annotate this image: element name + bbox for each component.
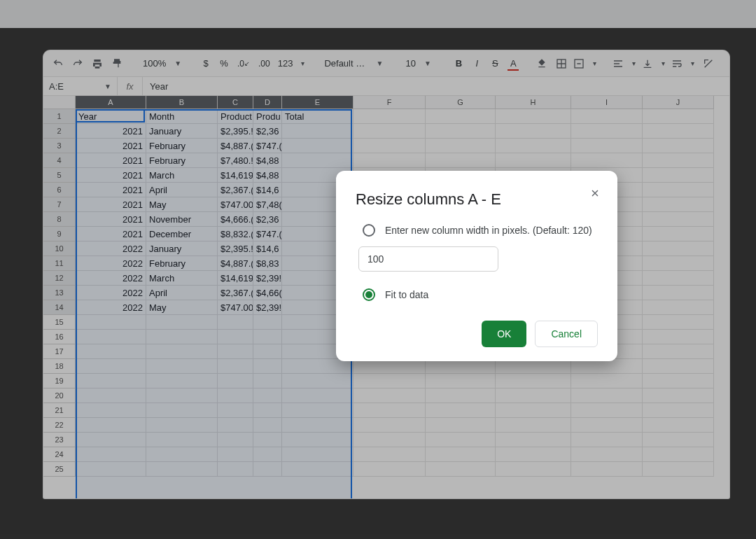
- row-header[interactable]: 15: [43, 315, 76, 330]
- cell[interactable]: $4,887.(: [218, 256, 253, 271]
- cell[interactable]: [496, 359, 571, 374]
- cell[interactable]: Product: [218, 109, 253, 124]
- row-header[interactable]: 19: [43, 374, 76, 388]
- cell[interactable]: [146, 330, 218, 344]
- row-header[interactable]: 18: [43, 359, 76, 374]
- cell[interactable]: [571, 418, 643, 433]
- cell[interactable]: [354, 374, 426, 388]
- cell[interactable]: [253, 388, 282, 403]
- column-width-input[interactable]: [358, 246, 498, 272]
- cell[interactable]: [496, 109, 571, 124]
- cell[interactable]: [643, 388, 714, 403]
- cell[interactable]: [218, 374, 253, 388]
- cell[interactable]: $8,832.(: [218, 227, 253, 241]
- row-header[interactable]: 21: [43, 403, 76, 418]
- cell[interactable]: [571, 462, 643, 477]
- column-header-H[interactable]: H: [496, 96, 571, 109]
- cell[interactable]: January: [146, 124, 218, 139]
- format-currency-button[interactable]: $: [197, 55, 214, 72]
- cell[interactable]: [282, 359, 354, 374]
- row-header[interactable]: 17: [43, 344, 76, 359]
- cell[interactable]: [643, 256, 714, 271]
- cell[interactable]: $2,39!: [253, 271, 282, 286]
- cell[interactable]: [218, 447, 253, 462]
- column-header-F[interactable]: F: [354, 96, 426, 109]
- row-header[interactable]: 20: [43, 388, 76, 403]
- row-header[interactable]: 25: [43, 462, 76, 477]
- print-button[interactable]: [88, 55, 106, 72]
- cell[interactable]: [282, 418, 354, 433]
- cell[interactable]: $7,48(: [253, 197, 282, 212]
- cell[interactable]: [354, 124, 426, 139]
- cell[interactable]: $4,666.(: [218, 212, 253, 227]
- cell[interactable]: May: [146, 197, 218, 212]
- cell[interactable]: $747.(: [253, 227, 282, 241]
- cell[interactable]: [76, 388, 146, 403]
- format-percent-button[interactable]: %: [216, 55, 232, 72]
- cell[interactable]: [643, 462, 714, 477]
- cell[interactable]: [643, 330, 714, 344]
- cell[interactable]: [218, 418, 253, 433]
- row-header[interactable]: 13: [43, 286, 76, 300]
- cell[interactable]: $7,480.!: [218, 153, 253, 168]
- cell[interactable]: [426, 374, 496, 388]
- cell[interactable]: [76, 433, 146, 447]
- cell[interactable]: [571, 388, 643, 403]
- cancel-button[interactable]: Cancel: [535, 321, 598, 347]
- cell[interactable]: $4,66(: [253, 286, 282, 300]
- row-header[interactable]: 8: [43, 212, 76, 227]
- cell[interactable]: [76, 462, 146, 477]
- column-header-J[interactable]: J: [643, 96, 714, 109]
- cell[interactable]: 2022: [76, 256, 146, 271]
- cell[interactable]: [282, 139, 354, 153]
- undo-button[interactable]: [49, 55, 67, 72]
- cell[interactable]: [253, 447, 282, 462]
- cell[interactable]: [354, 447, 426, 462]
- column-header-I[interactable]: I: [571, 96, 643, 109]
- column-header-E[interactable]: E: [282, 96, 354, 109]
- cell[interactable]: Produ: [253, 109, 282, 124]
- cell[interactable]: [571, 447, 643, 462]
- row-header[interactable]: 22: [43, 418, 76, 433]
- strikethrough-button[interactable]: S: [486, 55, 503, 72]
- cell[interactable]: [282, 447, 354, 462]
- vertical-align-dropdown[interactable]: ▾: [640, 55, 668, 72]
- cell[interactable]: [496, 374, 571, 388]
- cell[interactable]: $747.00: [218, 300, 253, 315]
- cell[interactable]: [643, 139, 714, 153]
- decrease-decimal-button[interactable]: .0↙: [234, 55, 253, 72]
- column-header-A[interactable]: A: [76, 96, 146, 109]
- cell[interactable]: [253, 344, 282, 359]
- cell[interactable]: 2021: [76, 212, 146, 227]
- row-header[interactable]: 24: [43, 447, 76, 462]
- cell[interactable]: [253, 374, 282, 388]
- cell[interactable]: [76, 359, 146, 374]
- cell[interactable]: [643, 286, 714, 300]
- cell[interactable]: [643, 374, 714, 388]
- cell[interactable]: [146, 418, 218, 433]
- cell[interactable]: January: [146, 241, 218, 256]
- cell[interactable]: February: [146, 139, 218, 153]
- cell[interactable]: [146, 344, 218, 359]
- cell[interactable]: 2021: [76, 139, 146, 153]
- column-header-B[interactable]: B: [146, 96, 218, 109]
- cell[interactable]: [76, 330, 146, 344]
- italic-button[interactable]: I: [468, 55, 485, 72]
- radio-enter-width[interactable]: [363, 224, 375, 237]
- cell[interactable]: [571, 433, 643, 447]
- cell[interactable]: [426, 139, 496, 153]
- cell[interactable]: [571, 403, 643, 418]
- cell[interactable]: [146, 388, 218, 403]
- cell[interactable]: April: [146, 183, 218, 197]
- cell[interactable]: $14,619: [218, 271, 253, 286]
- text-color-button[interactable]: A: [505, 55, 522, 72]
- cell[interactable]: [426, 433, 496, 447]
- cell[interactable]: [426, 359, 496, 374]
- cell[interactable]: [643, 344, 714, 359]
- cell[interactable]: [253, 433, 282, 447]
- cell[interactable]: [354, 139, 426, 153]
- cell[interactable]: December: [146, 227, 218, 241]
- more-formats-dropdown[interactable]: 123▾: [275, 55, 308, 71]
- redo-button[interactable]: [69, 55, 87, 72]
- column-header-C[interactable]: C: [218, 96, 253, 109]
